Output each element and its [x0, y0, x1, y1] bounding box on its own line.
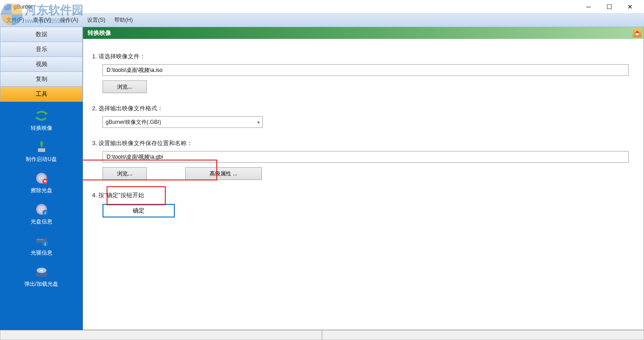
sidebar: 数据 音乐 视频 复制 工具 转换映像 制作启动: [0, 27, 83, 330]
svg-point-18: [40, 270, 43, 271]
sidebar-tab-tools[interactable]: 工具: [0, 87, 83, 102]
tool-boot-usb[interactable]: 制作启动U盘: [0, 137, 83, 168]
step1-label: 1. 请选择映像文件：: [92, 52, 630, 61]
home-icon-button[interactable]: [633, 28, 642, 38]
status-bar: [0, 330, 644, 340]
advanced-button[interactable]: 高级属性 ...: [185, 167, 262, 180]
menu-help[interactable]: 帮助(H): [110, 14, 137, 26]
title-bar: gBurner ─ ☐ ✕: [0, 0, 644, 14]
chevron-down-icon: ▾: [257, 120, 260, 125]
close-button[interactable]: ✕: [620, 0, 640, 14]
sidebar-tab-copy[interactable]: 复制: [0, 72, 83, 87]
window-title: gBurner: [14, 4, 578, 10]
drive-info-icon: i: [33, 234, 50, 247]
step2-label: 2. 选择输出映像文件格式：: [92, 104, 630, 113]
svg-point-9: [40, 208, 43, 211]
format-selected-value: gBurner映像文件(.GBI): [106, 118, 161, 126]
browse-source-button[interactable]: 浏览...: [103, 80, 147, 93]
tool-label: 光盘信息: [31, 218, 52, 226]
minimize-button[interactable]: ─: [578, 0, 599, 14]
tool-disc-info[interactable]: i 光盘信息: [0, 199, 83, 230]
svg-point-6: [40, 177, 43, 179]
step4-label: 4. 按"确定"按钮开始: [92, 191, 630, 199]
tool-label: 擦除光盘: [31, 187, 52, 194]
erase-disc-icon: [33, 171, 50, 185]
app-icon: [4, 3, 11, 10]
svg-text:i: i: [44, 242, 46, 246]
tool-eject-disc[interactable]: 弹出/加载光盘: [0, 261, 83, 293]
usb-icon: [33, 140, 50, 154]
tool-label: 转换映像: [31, 124, 52, 132]
home-icon: [634, 30, 640, 36]
svg-text:i: i: [44, 211, 46, 215]
menu-view[interactable]: 查看(V): [28, 14, 56, 26]
browse-output-button[interactable]: 浏览...: [103, 167, 147, 180]
tool-label: 弹出/加载光盘: [24, 280, 58, 288]
tool-drive-info[interactable]: i 光驱信息: [0, 230, 83, 261]
confirm-button[interactable]: 确定: [103, 204, 175, 217]
svg-marker-1: [35, 116, 38, 120]
svg-rect-4: [41, 141, 42, 144]
content-header: 转换映像: [83, 27, 644, 39]
tool-convert-image[interactable]: 转换映像: [0, 105, 83, 137]
menu-action[interactable]: 操作(A): [56, 14, 83, 26]
menu-file[interactable]: 文件(F): [2, 14, 28, 26]
sidebar-tab-video[interactable]: 视频: [0, 57, 83, 72]
sidebar-tab-music[interactable]: 音乐: [0, 42, 83, 57]
menu-bar: 文件(F) 查看(V) 操作(A) 设置(S) 帮助(H): [0, 14, 644, 27]
source-path-input[interactable]: [103, 64, 629, 76]
svg-marker-20: [635, 31, 639, 33]
svg-rect-13: [37, 239, 43, 240]
output-path-input[interactable]: [103, 151, 629, 163]
maximize-button[interactable]: ☐: [599, 0, 620, 14]
convert-icon: [33, 109, 50, 123]
content-area: 转换映像 1. 请选择映像文件： 浏览... 2. 选择输出映像文件格式： gB…: [83, 27, 644, 330]
svg-rect-2: [38, 148, 45, 152]
tool-label: 光驱信息: [31, 249, 52, 257]
svg-marker-0: [45, 112, 48, 115]
tool-label: 制作启动U盘: [26, 156, 57, 163]
format-select[interactable]: gBurner映像文件(.GBI) ▾: [103, 116, 263, 128]
sidebar-tab-data[interactable]: 数据: [0, 27, 83, 42]
menu-settings[interactable]: 设置(S): [83, 14, 110, 26]
content-title: 转换映像: [88, 29, 111, 37]
disc-info-icon: i: [33, 203, 50, 216]
eject-icon: [33, 265, 50, 279]
step3-label: 3. 设置输出映像文件保存位置和名称：: [92, 139, 630, 147]
tool-erase-disc[interactable]: 擦除光盘: [0, 168, 83, 199]
